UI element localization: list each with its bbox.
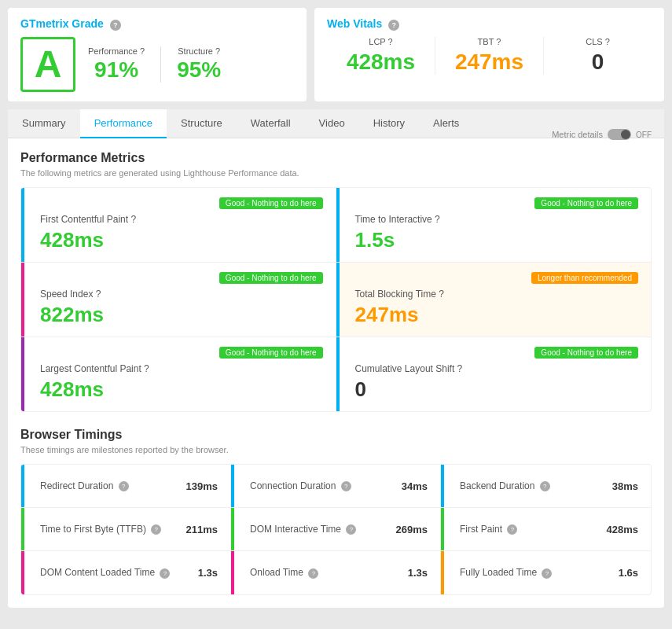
cell-badge-row: Good - Nothing to do here <box>34 197 323 212</box>
cell-value: 428ms <box>34 228 323 252</box>
browser-timings-title: Browser Timings <box>20 428 652 442</box>
timing-help-icon[interactable]: ? <box>119 481 129 491</box>
cell-left-bar <box>336 188 340 262</box>
timings-grid: Redirect Duration ? 139ms Connection Dur… <box>20 464 652 595</box>
cell-value: 822ms <box>34 303 323 327</box>
timing-cell: DOM Interactive Time ? 269ms <box>231 508 441 551</box>
timing-value: 139ms <box>186 480 218 492</box>
timing-cell: Fully Loaded Time ? 1.6s <box>441 551 651 594</box>
vital-item-lcp: LCP ? 428ms <box>327 37 435 75</box>
top-section: GTmetrix Grade ? A Performance ? 91% <box>8 8 664 101</box>
timing-value: 1.6s <box>619 567 638 579</box>
structure-metric: Structure ? 95% <box>177 46 221 83</box>
perf-cell: Good - Nothing to do here Time to Intera… <box>336 188 652 263</box>
timing-left-bar <box>231 465 234 507</box>
cell-badge: Good - Nothing to do here <box>534 347 638 359</box>
webvitals-inner: LCP ? 428ms TBT ? 247ms CLS ? 0 <box>327 37 652 75</box>
tab-summary[interactable]: Summary <box>8 109 80 138</box>
tab-alerts[interactable]: Alerts <box>419 109 473 138</box>
vital-value: 247ms <box>442 50 537 75</box>
cell-badge-row: Good - Nothing to do here <box>349 347 639 362</box>
vital-help-icon[interactable]: ? <box>388 37 393 46</box>
timing-cell: Onload Time ? 1.3s <box>231 551 441 594</box>
timing-help-icon[interactable]: ? <box>341 481 351 491</box>
perf-metrics-subtitle: The following metrics are generated usin… <box>20 168 652 178</box>
timing-value: 211ms <box>186 524 218 535</box>
cell-badge: Good - Nothing to do here <box>219 197 323 209</box>
vital-item-tbt: TBT ? 247ms <box>435 37 544 75</box>
tab-video[interactable]: Video <box>305 109 359 138</box>
cell-badge-row: Good - Nothing to do here <box>34 347 323 362</box>
cell-label: Speed Index ? <box>34 289 323 300</box>
timing-help-icon[interactable]: ? <box>540 481 550 491</box>
metric-details-toggle[interactable]: Metric details OFF <box>552 129 652 140</box>
perf-cell: Good - Nothing to do here Largest Conten… <box>21 337 336 411</box>
metrics-divider <box>160 46 161 83</box>
cell-label: Cumulative Layout Shift ? <box>349 363 639 374</box>
cell-help-icon[interactable]: ? <box>130 214 136 225</box>
cell-help-icon[interactable]: ? <box>435 214 440 225</box>
timing-label: DOM Content Loaded Time ? <box>34 567 198 578</box>
gtmetrix-metrics-row: Performance ? 91% Structure ? 95% <box>88 46 221 83</box>
cell-label: Total Blocking Time ? <box>349 289 639 300</box>
cell-badge-row: Longer than recommended <box>349 272 639 287</box>
timing-help-icon[interactable]: ? <box>160 568 170 579</box>
cell-help-icon[interactable]: ? <box>96 289 101 300</box>
timing-cell: Redirect Duration ? 139ms <box>21 465 231 508</box>
vital-label: CLS ? <box>550 37 645 46</box>
cell-help-icon[interactable]: ? <box>457 363 463 374</box>
browser-timings-subtitle: These timings are milestones reported by… <box>20 445 652 454</box>
vital-help-icon[interactable]: ? <box>496 37 501 46</box>
metric-details-switch[interactable] <box>608 129 631 140</box>
timing-left-bar <box>441 508 444 550</box>
timing-cell: Connection Duration ? 34ms <box>231 465 441 508</box>
cell-left-bar <box>21 188 24 262</box>
cell-value: 247ms <box>349 303 639 327</box>
timing-help-icon[interactable]: ? <box>542 568 552 579</box>
cell-left-bar <box>336 337 340 411</box>
vital-help-icon[interactable]: ? <box>605 37 610 46</box>
timing-left-bar <box>21 551 24 594</box>
gtmetrix-inner: A Performance ? 91% Structure ? <box>20 37 294 92</box>
performance-help-icon[interactable]: ? <box>140 46 145 56</box>
perf-cell: Good - Nothing to do here First Contentf… <box>21 188 336 263</box>
cell-value: 428ms <box>34 377 323 402</box>
cell-badge-row: Good - Nothing to do here <box>34 272 323 287</box>
tab-history[interactable]: History <box>359 109 419 138</box>
cell-badge-row: Good - Nothing to do here <box>349 197 639 212</box>
gtmetrix-help-icon[interactable]: ? <box>110 20 121 31</box>
cell-badge: Good - Nothing to do here <box>219 347 323 359</box>
timing-left-bar <box>21 465 24 507</box>
timing-help-icon[interactable]: ? <box>308 568 318 579</box>
gtmetrix-grade-card: GTmetrix Grade ? A Performance ? 91% <box>8 8 307 101</box>
cell-left-bar <box>21 337 24 411</box>
timing-value: 1.3s <box>408 567 428 579</box>
timing-value: 428ms <box>607 524 638 535</box>
cell-help-icon[interactable]: ? <box>439 289 444 300</box>
cell-badge: Longer than recommended <box>531 272 638 284</box>
perf-metrics-grid: Good - Nothing to do here First Contentf… <box>20 187 652 412</box>
timing-label: Onload Time ? <box>244 567 408 578</box>
timing-label: Backend Duration ? <box>454 480 612 491</box>
structure-help-icon[interactable]: ? <box>215 46 220 56</box>
tab-waterfall[interactable]: Waterfall <box>237 109 305 138</box>
timing-help-icon[interactable]: ? <box>507 524 517 535</box>
performance-metric: Performance ? 91% <box>88 46 145 83</box>
timing-label: Fully Loaded Time ? <box>454 567 619 578</box>
timing-label: First Paint ? <box>454 524 607 535</box>
webvitals-help-icon[interactable]: ? <box>388 20 399 31</box>
cell-help-icon[interactable]: ? <box>144 363 149 374</box>
grade-letter: A <box>35 46 62 83</box>
cell-value: 1.5s <box>349 228 639 252</box>
vital-value: 428ms <box>333 50 428 75</box>
tab-structure[interactable]: Structure <box>167 109 237 138</box>
perf-cell: Good - Nothing to do here Speed Index ? … <box>21 263 336 337</box>
browser-timings-section: Browser Timings These timings are milest… <box>20 428 652 595</box>
timing-help-icon[interactable]: ? <box>346 524 356 535</box>
timing-help-icon[interactable]: ? <box>151 524 161 535</box>
structure-label: Structure ? <box>177 46 221 56</box>
perf-metrics-header: Metric details OFF Performance Metrics T… <box>20 151 652 187</box>
tab-performance[interactable]: Performance <box>80 109 167 138</box>
timing-left-bar <box>231 508 234 550</box>
performance-label: Performance ? <box>88 46 145 56</box>
